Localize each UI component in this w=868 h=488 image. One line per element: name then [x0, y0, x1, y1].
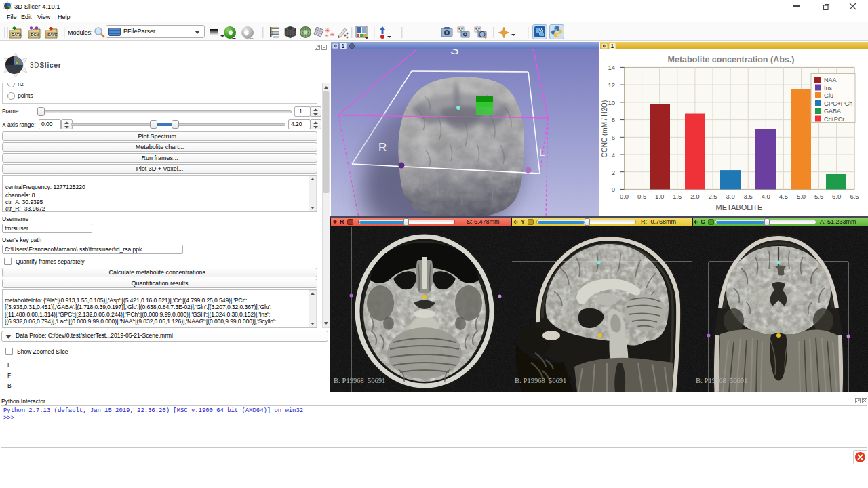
svg-text:1: 1 [611, 43, 614, 49]
svg-text:4.5: 4.5 [779, 192, 788, 200]
svg-text:GPC+PCh: GPC+PCh [824, 100, 852, 107]
svg-text:Ins: Ins [824, 85, 833, 92]
svg-text:✳: ✳ [325, 33, 329, 38]
svg-text:METABOLITE: METABOLITE [716, 203, 763, 211]
svg-text:6.0: 6.0 [832, 192, 841, 200]
svg-text:Metabolite concentration (Abs.: Metabolite concentration (Abs.) [668, 55, 795, 64]
svg-text:DCM: DCM [31, 33, 40, 37]
svg-text:Glu: Glu [824, 92, 833, 99]
svg-text:6: 6 [612, 134, 615, 141]
svg-text:CONC (mM / H2O): CONC (mM / H2O) [601, 100, 608, 157]
svg-text:2: 2 [612, 169, 615, 176]
svg-text:3.5: 3.5 [744, 192, 753, 200]
svg-text:0.0: 0.0 [620, 192, 629, 200]
svg-text:1.5: 1.5 [673, 192, 682, 200]
svg-text:8: 8 [612, 116, 615, 123]
svg-text:B: P19968_56691: B: P19968_56691 [515, 377, 566, 384]
svg-text:10: 10 [608, 99, 615, 106]
svg-text:B: P19968_56691: B: P19968_56691 [334, 377, 385, 384]
svg-text:NAA: NAA [824, 77, 837, 83]
svg-text:6.5: 6.5 [850, 192, 859, 200]
svg-text:4.0: 4.0 [762, 192, 770, 200]
svg-text:2.5: 2.5 [708, 192, 717, 200]
svg-text:GABA: GABA [824, 108, 841, 115]
svg-text:L: L [539, 146, 545, 158]
svg-text:5.5: 5.5 [814, 192, 823, 200]
svg-text:Cr+PCr: Cr+PCr [824, 116, 844, 123]
svg-text:DATA: DATA [12, 33, 21, 37]
svg-text:14: 14 [608, 64, 615, 71]
svg-text:1: 1 [342, 43, 345, 49]
svg-text:4: 4 [612, 151, 615, 159]
svg-text:0.5: 0.5 [637, 192, 646, 200]
svg-text:✳: ✳ [330, 31, 335, 38]
svg-text:12: 12 [608, 81, 615, 89]
svg-text:0: 0 [612, 186, 615, 193]
svg-text:5.0: 5.0 [797, 192, 806, 200]
svg-text:3.0: 3.0 [726, 192, 734, 200]
svg-text:2.0: 2.0 [690, 192, 699, 200]
svg-text:1.0: 1.0 [655, 192, 664, 200]
svg-text:R: R [378, 141, 387, 154]
svg-text:SAVE: SAVE [47, 33, 58, 37]
svg-text:B: P19968_56691: B: P19968_56691 [696, 377, 747, 384]
